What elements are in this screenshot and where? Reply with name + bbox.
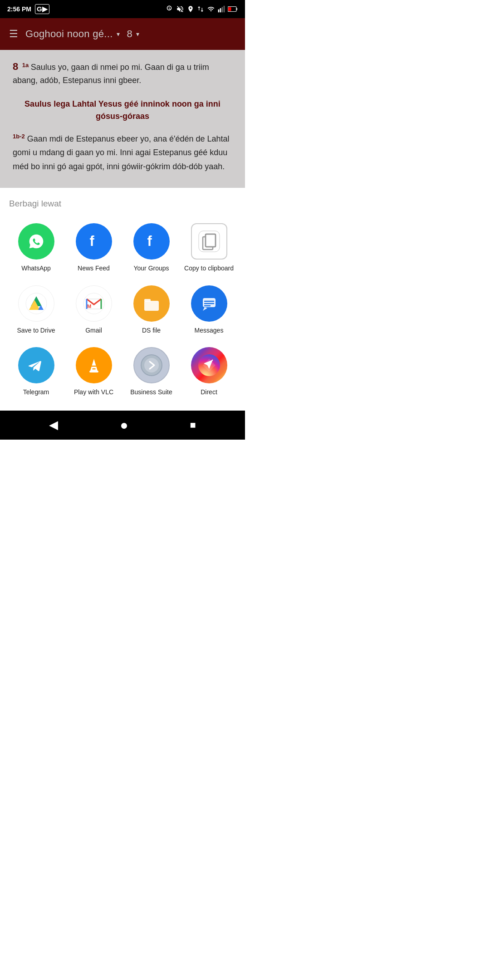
telegram-label: Telegram	[23, 388, 49, 396]
businesssuite-label: Business Suite	[130, 388, 172, 396]
app-title-area: Goghooi noon gé... ▾ 8 ▾	[25, 28, 236, 40]
yourgroups-icon: f	[133, 223, 170, 260]
share-item-drive[interactable]: Save to Drive	[9, 282, 63, 338]
share-item-vlc[interactable]: Play with VLC	[67, 343, 121, 400]
app-bar: ☰ Goghooi noon gé... ▾ 8 ▾	[0, 18, 245, 50]
vlc-icon	[76, 347, 112, 383]
mute-icon	[176, 5, 184, 13]
svg-rect-3	[224, 6, 225, 13]
svg-text:f: f	[147, 233, 152, 249]
status-left: 2:56 PM G▶	[7, 4, 49, 14]
app-title-text: Goghooi noon gé...	[25, 28, 113, 40]
share-title: Berbagi lewat	[9, 199, 236, 209]
recent-button[interactable]: ■	[190, 419, 196, 431]
title-dropdown-icon[interactable]: ▾	[117, 30, 120, 38]
svg-text:f: f	[89, 233, 94, 249]
home-button[interactable]: ●	[120, 417, 128, 433]
data-arrows-icon	[197, 5, 204, 13]
verse-2-text: Gaan mdi de Estepanus ebeer yo, ana é'éd…	[13, 134, 230, 171]
newsfeed-label: News Feed	[78, 264, 110, 272]
whatsapp-icon	[18, 223, 54, 260]
chapter-dropdown-icon[interactable]: ▾	[136, 30, 139, 38]
status-bar: 2:56 PM G▶	[0, 0, 245, 18]
svg-rect-1	[220, 8, 221, 12]
chapter-marker: 8	[13, 61, 18, 72]
share-item-businesssuite[interactable]: Business Suite	[124, 343, 178, 400]
svg-rect-0	[218, 10, 220, 13]
chapter-number: 8	[127, 28, 132, 40]
direct-icon	[191, 347, 227, 383]
share-item-clipboard[interactable]: Copy to clipboard	[182, 220, 236, 276]
share-item-newsfeed[interactable]: f News Feed	[67, 220, 121, 276]
location-icon	[187, 5, 194, 13]
svg-rect-26	[144, 301, 159, 311]
drive-icon	[18, 285, 54, 322]
battery-icon	[228, 6, 238, 12]
signal-icon	[218, 5, 225, 13]
businesssuite-icon	[133, 347, 170, 383]
svg-rect-6	[228, 7, 231, 11]
dsfile-icon	[133, 285, 170, 322]
share-item-dsfile[interactable]: DS file	[124, 282, 178, 338]
share-item-gmail[interactable]: M Gmail	[67, 282, 121, 338]
messages-icon	[191, 285, 227, 322]
share-grid: WhatsApp f News Feed f Your Groups	[9, 220, 236, 400]
verse-1: 8 1a Saulus yo, gaan di nmei po mi. Gaan…	[13, 61, 232, 87]
translate-icon: G▶	[35, 4, 49, 14]
verse-2-block: 1b-2 Gaan mdi de Estepanus ebeer yo, ana…	[13, 132, 232, 174]
direct-label: Direct	[201, 388, 217, 396]
gmail-label: Gmail	[85, 326, 102, 334]
verse-ref-1b2: 1b-2	[13, 133, 25, 140]
telegram-icon	[18, 347, 54, 383]
back-button[interactable]: ◀	[49, 418, 58, 432]
share-sheet: Berbagi lewat WhatsApp f News Feed	[0, 188, 245, 411]
content-area: 8 1a Saulus yo, gaan di nmei po mi. Gaan…	[0, 50, 245, 188]
svg-rect-27	[144, 299, 151, 302]
share-item-whatsapp[interactable]: WhatsApp	[9, 220, 63, 276]
svg-rect-14	[206, 234, 216, 247]
drive-label: Save to Drive	[17, 326, 55, 334]
hamburger-menu-icon[interactable]: ☰	[9, 28, 18, 40]
clipboard-icon	[191, 223, 227, 260]
section-title: Saulus lega Lahtal Yesus géé inninok noo…	[13, 98, 232, 122]
alarm-icon	[165, 5, 173, 13]
newsfeed-icon: f	[76, 223, 112, 260]
whatsapp-label: WhatsApp	[21, 264, 51, 272]
svg-text:M: M	[87, 304, 91, 309]
verse-ref-1a: 1a	[22, 62, 29, 69]
share-item-messages[interactable]: Messages	[182, 282, 236, 338]
svg-rect-2	[222, 7, 223, 12]
nav-bar: ◀ ● ■	[0, 411, 245, 440]
yourgroups-label: Your Groups	[133, 264, 169, 272]
share-item-direct[interactable]: Direct	[182, 343, 236, 400]
status-right	[165, 5, 238, 13]
clipboard-label: Copy to clipboard	[184, 264, 234, 272]
messages-label: Messages	[195, 326, 224, 334]
svg-rect-37	[89, 371, 98, 372]
dsfile-label: DS file	[142, 326, 161, 334]
gmail-icon: M	[76, 285, 112, 322]
vlc-label: Play with VLC	[74, 388, 113, 396]
svg-point-41	[144, 358, 159, 372]
verse-1-text: Saulus yo, gaan di nmei po mi. Gaan di g…	[13, 63, 209, 85]
share-item-telegram[interactable]: Telegram	[9, 343, 63, 400]
status-time: 2:56 PM	[7, 5, 31, 13]
share-item-yourgroups[interactable]: f Your Groups	[124, 220, 178, 276]
wifi-icon	[207, 5, 215, 13]
svg-rect-5	[236, 8, 237, 10]
